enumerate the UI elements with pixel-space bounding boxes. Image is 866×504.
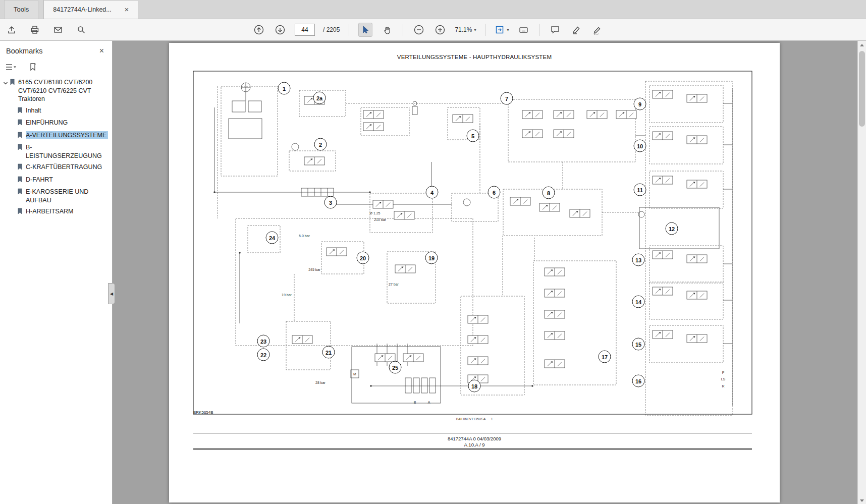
callout-20: 20 <box>357 252 369 264</box>
callout-1: 1 <box>278 82 291 95</box>
figure-code: BRK5654B <box>193 410 213 415</box>
bookmark-list: 6165 CVT/6180 CVT/6200 CVT/6210 CVT/6225… <box>0 77 112 218</box>
diagram-label: 27 bar <box>389 283 399 286</box>
email-button[interactable] <box>51 23 65 36</box>
arrow-down-icon <box>860 499 864 502</box>
callout-17: 17 <box>599 351 611 363</box>
bookmark-label: D-FAHRT <box>26 176 108 184</box>
bookmark-icon <box>17 208 23 217</box>
tab-tools[interactable]: Tools <box>4 0 38 19</box>
footer-section-page: A.10.A / 9 <box>169 442 780 447</box>
tools-tab-label: Tools <box>14 6 29 13</box>
bookmark-item[interactable]: H-ARBEITSARM <box>0 206 112 218</box>
diagram-label: Ø 1.25 <box>369 211 380 215</box>
arrow-down-circle-icon <box>275 24 286 35</box>
next-page-button[interactable] <box>274 23 287 36</box>
zoom-out-button[interactable] <box>412 23 425 36</box>
footer-rule <box>193 449 752 450</box>
upload-icon <box>7 25 17 35</box>
zoom-in-button[interactable] <box>434 23 447 36</box>
hand-icon <box>383 25 392 35</box>
callout-8: 8 <box>543 187 555 199</box>
bookmark-label: Inhalt <box>26 106 108 115</box>
bookmark-icon <box>17 163 23 173</box>
diagram-label: R <box>722 384 724 388</box>
close-tab-icon[interactable]: × <box>125 1 129 19</box>
callout-16: 16 <box>632 375 645 387</box>
highlight-button[interactable] <box>570 23 583 36</box>
bookmark-label: C-KRAFTÜBERTRAGUNG <box>26 163 108 172</box>
bookmark-label: E-KAROSSERIE UND AUFBAU <box>26 188 108 204</box>
scroll-mode-button[interactable] <box>517 23 530 36</box>
new-bookmark-button[interactable] <box>28 63 37 72</box>
footer-rule <box>193 433 752 433</box>
bookmark-label: B-LEISTUNGSERZEUGUNG <box>26 143 108 160</box>
callout-23: 23 <box>257 335 270 348</box>
bookmark-item[interactable]: E-KAROSSERIE UND AUFBAU <box>0 186 112 206</box>
arrow-up-icon <box>860 44 864 46</box>
tab-document[interactable]: 84172744A-Linked... × <box>43 0 138 19</box>
document-viewer[interactable]: VERTEILUNGSSYSTEME - HAUPTHYDRAULIKSYSTE… <box>113 41 858 504</box>
scrollbar-thumb[interactable] <box>859 51 865 127</box>
callout-10: 10 <box>634 140 646 152</box>
toolbar-separator <box>485 24 485 36</box>
callout-24: 24 <box>266 232 279 244</box>
pdf-page: VERTEILUNGSSYSTEME - HAUPTHYDRAULIKSYSTE… <box>169 43 780 502</box>
search-button[interactable] <box>75 23 88 36</box>
bookmark-item[interactable]: D-FAHRT <box>0 174 112 187</box>
page-count-label: / 2205 <box>323 26 340 33</box>
bookmark-icon <box>17 107 23 116</box>
page-number-input[interactable] <box>295 24 315 36</box>
scroll-down-button[interactable] <box>858 496 866 504</box>
callout-2a: 2a <box>313 92 326 104</box>
diagram-label: A <box>428 401 430 404</box>
options-menu-icon <box>5 63 17 71</box>
bookmark-options-button[interactable] <box>5 63 17 71</box>
previous-page-button[interactable] <box>252 23 265 36</box>
bookmark-item[interactable]: 6165 CVT/6180 CVT/6200 CVT/6210 CVT/6225… <box>0 77 112 105</box>
bookmark-icon <box>17 188 23 197</box>
diagram-label: 19 bar <box>282 293 292 297</box>
comment-button[interactable] <box>549 23 562 36</box>
footer-document-number: 84172744A 0 04/03/2009 <box>169 436 780 441</box>
hand-tool-button[interactable] <box>381 23 394 36</box>
callout-21: 21 <box>322 346 335 359</box>
bookmark-item[interactable]: EINFÜHRUNG <box>0 117 112 130</box>
sign-button[interactable] <box>591 23 604 36</box>
chevron-down-icon[interactable] <box>3 80 10 88</box>
diagram-label: 5.0 bar <box>299 234 310 238</box>
diagram-label: LS <box>721 377 726 381</box>
collapse-panel-handle[interactable]: ◀ <box>108 283 115 304</box>
minus-circle-icon <box>413 24 424 35</box>
chevron-down-icon: ▾ <box>474 28 476 32</box>
bookmark-icon <box>17 176 23 185</box>
diagram-label: 245 bar <box>308 268 320 271</box>
bookmarks-panel-title: Bookmarks <box>6 47 43 55</box>
zoom-level-label: 71.1% <box>455 26 472 33</box>
highlighter-icon <box>571 25 581 35</box>
pointer-icon <box>361 25 370 34</box>
diagram-label: M <box>353 372 356 376</box>
callout-19: 19 <box>425 252 438 264</box>
callout-14: 14 <box>632 296 645 308</box>
callout-3: 3 <box>324 196 337 209</box>
toolbar-separator <box>539 24 539 36</box>
select-tool-button[interactable] <box>358 23 372 37</box>
search-icon <box>76 25 86 35</box>
bookmark-item[interactable]: A-VERTEILUNGSSYSTEME <box>0 130 112 142</box>
callout-9: 9 <box>634 98 646 110</box>
print-icon <box>30 25 40 35</box>
callout-12: 12 <box>666 222 678 235</box>
bookmark-item[interactable]: C-KRAFTÜBERTRAGUNG <box>0 161 112 174</box>
vertical-scrollbar[interactable] <box>857 41 866 504</box>
hydraulic-schematic-drawing <box>169 43 780 504</box>
fit-page-button[interactable]: ▾ <box>495 25 509 35</box>
bookmark-item[interactable]: Inhalt <box>0 105 112 118</box>
close-bookmarks-icon[interactable]: × <box>97 46 106 55</box>
print-button[interactable] <box>28 23 41 36</box>
bookmark-item[interactable]: B-LEISTUNGSERZEUGUNG <box>0 142 112 161</box>
scroll-up-button[interactable] <box>858 41 866 49</box>
callout-5: 5 <box>467 130 479 142</box>
zoom-level-dropdown[interactable]: 71.1% ▾ <box>455 26 476 33</box>
open-file-button[interactable] <box>5 23 18 36</box>
